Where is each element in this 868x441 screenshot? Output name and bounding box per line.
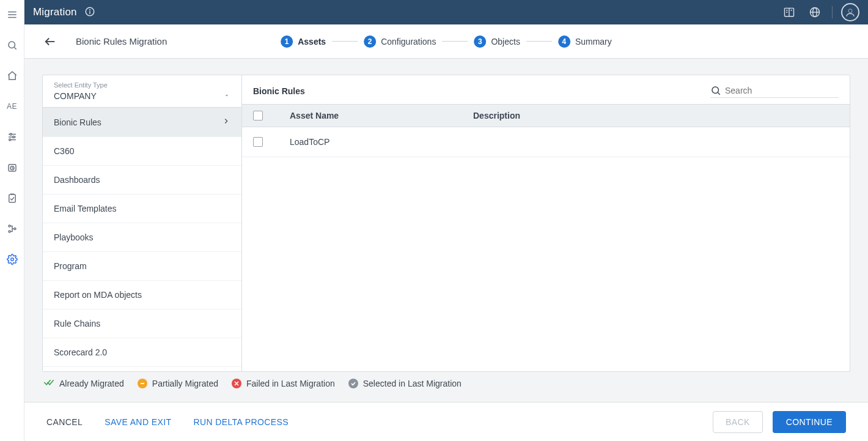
titlebar: Migration [24, 0, 868, 24]
entity-select-value[interactable]: COMPANY [54, 90, 230, 103]
clipboard-check-icon[interactable] [4, 190, 21, 207]
page-title: Migration [33, 6, 77, 18]
hamburger-icon[interactable] [4, 6, 21, 23]
footer-right: BACK CONTINUE [713, 411, 846, 433]
chevron-right-icon [222, 117, 230, 127]
step-label: Assets [298, 37, 326, 46]
info-icon[interactable] [84, 6, 95, 19]
entity-select-label: Select Entity Type [54, 81, 230, 89]
titlebar-left: Migration [33, 6, 95, 19]
footer-left: CANCEL SAVE AND EXIT RUN DELTA PROCESS [46, 417, 289, 427]
svg-point-6 [10, 133, 12, 135]
step-index-badge: 4 [558, 35, 570, 48]
col-desc-header: Description [473, 111, 839, 120]
asset-type-item[interactable]: Bionic Rules [43, 108, 241, 137]
svg-point-31 [848, 9, 852, 13]
globe-icon[interactable] [806, 4, 823, 21]
entity-select[interactable]: Select Entity Type COMPANY [43, 75, 241, 108]
sliders-icon[interactable] [4, 128, 21, 146]
asset-type-item[interactable]: Scorecard 2.0 [43, 338, 241, 367]
footer: CANCEL SAVE AND EXIT RUN DELTA PROCESS B… [24, 402, 868, 441]
svg-line-4 [14, 47, 16, 49]
asset-type-label: Dashboards [54, 175, 100, 185]
search-icon [710, 85, 721, 96]
row-name: LoadToCP [290, 137, 473, 147]
svg-point-16 [9, 225, 10, 227]
back-button[interactable]: BACK [713, 411, 763, 433]
home-icon[interactable] [4, 67, 21, 84]
svg-rect-35 [141, 383, 144, 384]
svg-point-3 [9, 42, 15, 48]
step-label: Configurations [381, 37, 436, 46]
step-label: Objects [491, 37, 520, 46]
row-checkbox[interactable] [253, 137, 263, 147]
step-index-badge: 1 [281, 35, 293, 48]
divider [832, 6, 833, 18]
svg-point-18 [14, 228, 16, 230]
legend-label: Partially Migrated [152, 379, 218, 388]
profile-avatar[interactable] [841, 3, 859, 21]
search-field[interactable] [710, 84, 839, 98]
svg-line-34 [718, 92, 719, 94]
assets-title: Bionic Rules [253, 86, 305, 96]
asset-type-item[interactable]: Rule Chains [43, 309, 241, 338]
body-area: Select Entity Type COMPANY Bionic RulesC… [24, 59, 868, 402]
svg-rect-15 [9, 195, 15, 202]
svg-point-22 [89, 9, 90, 10]
step-index-badge: 2 [364, 35, 376, 48]
asset-types-column: Select Entity Type COMPANY Bionic RulesC… [43, 75, 242, 371]
step-index-badge: 3 [474, 35, 486, 48]
search-input[interactable] [725, 86, 839, 95]
back-arrow-icon[interactable] [42, 33, 59, 50]
asset-type-item[interactable]: C360 [43, 137, 241, 166]
table-row[interactable]: LoadToCP [242, 127, 850, 157]
asset-type-item[interactable]: Report on MDA objects [43, 281, 241, 309]
settings-gear-icon[interactable] [4, 251, 21, 268]
step-objects[interactable]: 3Objects [474, 35, 520, 48]
asset-type-item[interactable]: Playbooks [43, 223, 241, 252]
step-divider [332, 41, 358, 42]
assets-header: Bionic Rules [242, 75, 850, 104]
save-and-exit-button[interactable]: SAVE AND EXIT [105, 417, 171, 427]
legend-label: Selected in Last Migration [363, 379, 462, 388]
sitemap-icon[interactable] [4, 220, 21, 237]
stepper: 1Assets2Configurations3Objects4Summary [281, 35, 612, 48]
dot-selected-icon [348, 379, 358, 388]
step-summary[interactable]: 4Summary [558, 35, 612, 48]
clock-icon[interactable] [4, 159, 21, 176]
step-assets[interactable]: 1Assets [281, 35, 326, 48]
search-icon[interactable] [4, 37, 21, 54]
subheader: Bionic Rules Migration 1Assets2Configura… [24, 24, 868, 59]
entity-select-value-text: COMPANY [54, 91, 97, 101]
legend: Already Migrated Partially Migrated Fail… [42, 372, 850, 388]
asset-type-item[interactable]: Email Templates [43, 195, 241, 223]
book-icon[interactable] [781, 4, 798, 21]
svg-line-14 [12, 168, 13, 169]
main-panel: Select Entity Type COMPANY Bionic RulesC… [42, 75, 850, 372]
chevron-down-icon [223, 91, 230, 101]
asset-type-item[interactable]: Dashboards [43, 166, 241, 195]
cancel-button[interactable]: CANCEL [46, 417, 83, 427]
legend-label: Failed in Last Migration [246, 379, 335, 388]
asset-type-list[interactable]: Bionic RulesC360DashboardsEmail Template… [43, 108, 241, 371]
dot-warning-icon [138, 379, 147, 388]
table-header: Asset Name Description [242, 104, 850, 127]
continue-button[interactable]: CONTINUE [773, 411, 846, 433]
step-label: Summary [575, 37, 612, 46]
asset-type-label: Email Templates [54, 204, 116, 213]
col-name-header: Asset Name [290, 111, 473, 120]
run-delta-process-button[interactable]: RUN DELTA PROCESS [193, 417, 289, 427]
step-divider [442, 41, 468, 42]
legend-already-migrated: Already Migrated [43, 378, 124, 388]
assets-column: Bionic Rules Asset Name Description Load… [242, 75, 850, 371]
table-body: LoadToCP [242, 127, 850, 157]
select-all-checkbox[interactable] [253, 111, 263, 120]
asset-type-label: Playbooks [54, 232, 94, 242]
step-configurations[interactable]: 2Configurations [364, 35, 436, 48]
svg-point-19 [10, 258, 13, 261]
legend-partially-migrated: Partially Migrated [138, 379, 218, 388]
asset-type-label: Bionic Rules [54, 117, 101, 127]
asset-type-item[interactable]: Program [43, 252, 241, 281]
ae-nav-item[interactable]: AE [4, 98, 21, 115]
asset-type-label: Program [54, 261, 87, 271]
